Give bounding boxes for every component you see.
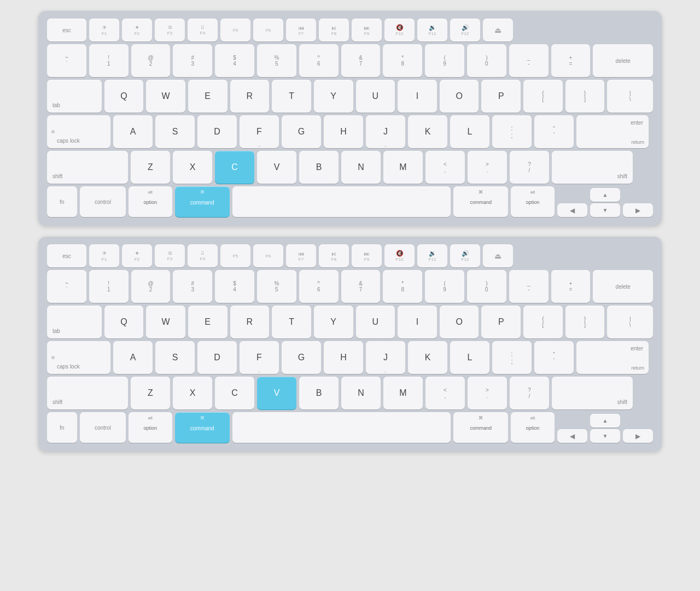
key-f[interactable]: F_: [240, 115, 279, 148]
key-q[interactable]: Q: [104, 80, 144, 113]
key-8-2[interactable]: *8: [383, 270, 422, 303]
key-capslock-2[interactable]: caps lock: [47, 341, 110, 374]
key-tab[interactable]: tab: [47, 80, 102, 113]
key-3-2[interactable]: #3: [173, 270, 212, 303]
key-c-2[interactable]: C: [215, 377, 254, 409]
key-shift-right[interactable]: shift: [552, 151, 633, 184]
key-9-2[interactable]: (9: [425, 270, 464, 303]
key-period[interactable]: >.: [468, 151, 507, 184]
key-f8-2[interactable]: ⏯F8: [319, 244, 349, 267]
key-e[interactable]: E: [188, 80, 228, 113]
key-f7-2[interactable]: ⏮F7: [286, 244, 316, 267]
key-6-2[interactable]: ^6: [299, 270, 339, 303]
key-backslash-2[interactable]: |\: [607, 306, 653, 338]
key-f4-2[interactable]: ⠿F4: [188, 244, 218, 267]
key-equals-2[interactable]: +=: [551, 270, 591, 303]
key-f4[interactable]: ⠿F4: [188, 19, 218, 42]
key-f2-2[interactable]: ✦F2: [122, 244, 152, 267]
key-option-left-1[interactable]: alt option: [129, 186, 172, 217]
key-control[interactable]: control: [80, 186, 126, 217]
key-1[interactable]: !1: [89, 44, 129, 77]
key-u[interactable]: U: [356, 80, 395, 113]
key-2[interactable]: @2: [131, 44, 171, 77]
key-space-1[interactable]: [232, 186, 451, 217]
key-option-left-2[interactable]: alt option: [129, 412, 172, 443]
key-shift-right-2[interactable]: shift: [552, 377, 633, 409]
key-delete[interactable]: delete: [593, 44, 653, 77]
key-f11[interactable]: 🔉F11: [417, 19, 447, 42]
key-slash-2[interactable]: ?/: [510, 377, 549, 409]
key-8[interactable]: *8: [383, 44, 422, 77]
key-v[interactable]: V: [257, 151, 296, 184]
key-5[interactable]: %5: [257, 44, 296, 77]
key-arrow-down-2[interactable]: ▼: [590, 429, 620, 443]
key-bracket-r-2[interactable]: }]: [565, 306, 605, 338]
key-z[interactable]: Z: [131, 151, 170, 184]
key-capslock[interactable]: caps lock: [47, 115, 110, 148]
key-bracket-l[interactable]: {[: [523, 80, 563, 113]
key-4[interactable]: $4: [215, 44, 254, 77]
key-f7[interactable]: ⏮F7: [286, 19, 316, 42]
key-y-2[interactable]: Y: [314, 306, 353, 338]
key-f5-2[interactable]: F5: [220, 244, 250, 267]
key-f12[interactable]: 🔊F12: [450, 19, 480, 42]
key-eject[interactable]: ⏏: [483, 19, 513, 42]
key-w-2[interactable]: W: [146, 306, 185, 338]
key-quote[interactable]: "': [534, 115, 574, 148]
key-f1-2[interactable]: ☀F1: [89, 244, 119, 267]
key-a-2[interactable]: A: [113, 341, 153, 374]
key-minus[interactable]: _-: [509, 44, 549, 77]
key-o-2[interactable]: O: [440, 306, 479, 338]
key-arrow-right-2[interactable]: ▶: [623, 429, 653, 443]
key-tab-2[interactable]: tab: [47, 306, 102, 338]
key-semicolon[interactable]: :;: [492, 115, 532, 148]
key-b[interactable]: B: [299, 151, 339, 184]
key-arrow-up-1[interactable]: ▲: [590, 188, 620, 202]
key-l[interactable]: L: [450, 115, 489, 148]
key-p-2[interactable]: P: [481, 306, 521, 338]
key-esc[interactable]: esc: [47, 19, 86, 42]
key-g[interactable]: G: [282, 115, 321, 148]
key-q-2[interactable]: Q: [104, 306, 144, 338]
key-f2[interactable]: ✦F2: [122, 19, 152, 42]
key-h-2[interactable]: H: [324, 341, 363, 374]
key-y[interactable]: Y: [314, 80, 353, 113]
key-arrow-down-1[interactable]: ▼: [590, 203, 620, 217]
key-i-2[interactable]: I: [398, 306, 437, 338]
key-z-2[interactable]: Z: [131, 377, 170, 409]
key-h[interactable]: H: [324, 115, 363, 148]
key-g-2[interactable]: G: [282, 341, 321, 374]
key-return[interactable]: enter return: [576, 115, 649, 148]
key-option-right-2[interactable]: alt option: [511, 412, 555, 443]
key-s[interactable]: S: [155, 115, 195, 148]
key-arrow-up-2[interactable]: ▲: [590, 414, 620, 428]
key-esc-2[interactable]: esc: [47, 244, 86, 267]
key-j-2[interactable]: J_: [366, 341, 405, 374]
key-slash[interactable]: ?/: [510, 151, 549, 184]
key-l-2[interactable]: L: [450, 341, 489, 374]
key-k-2[interactable]: K: [408, 341, 447, 374]
key-f5[interactable]: F5: [220, 19, 250, 42]
key-equals[interactable]: +=: [551, 44, 591, 77]
key-f-2[interactable]: F_: [240, 341, 279, 374]
key-2-2[interactable]: @2: [131, 270, 171, 303]
key-n-2[interactable]: N: [341, 377, 381, 409]
key-w[interactable]: W: [146, 80, 185, 113]
key-semicolon-2[interactable]: :;: [492, 341, 532, 374]
key-k[interactable]: K: [408, 115, 447, 148]
key-f9-2[interactable]: ⏭F9: [352, 244, 382, 267]
key-m[interactable]: M: [383, 151, 423, 184]
key-p[interactable]: P: [481, 80, 521, 113]
key-1-2[interactable]: !1: [89, 270, 129, 303]
key-backtick[interactable]: ~`: [47, 44, 86, 77]
key-s-2[interactable]: S: [155, 341, 195, 374]
key-bracket-l-2[interactable]: {[: [523, 306, 563, 338]
key-space-2[interactable]: [232, 412, 451, 443]
key-r-2[interactable]: R: [230, 306, 270, 338]
key-n[interactable]: N: [341, 151, 381, 184]
key-return-2[interactable]: enter return: [576, 341, 649, 374]
key-c[interactable]: C: [215, 151, 254, 184]
key-command-right-1[interactable]: ⌘ command: [453, 186, 508, 217]
key-0[interactable]: )0: [467, 44, 506, 77]
key-x-2[interactable]: X: [173, 377, 212, 409]
